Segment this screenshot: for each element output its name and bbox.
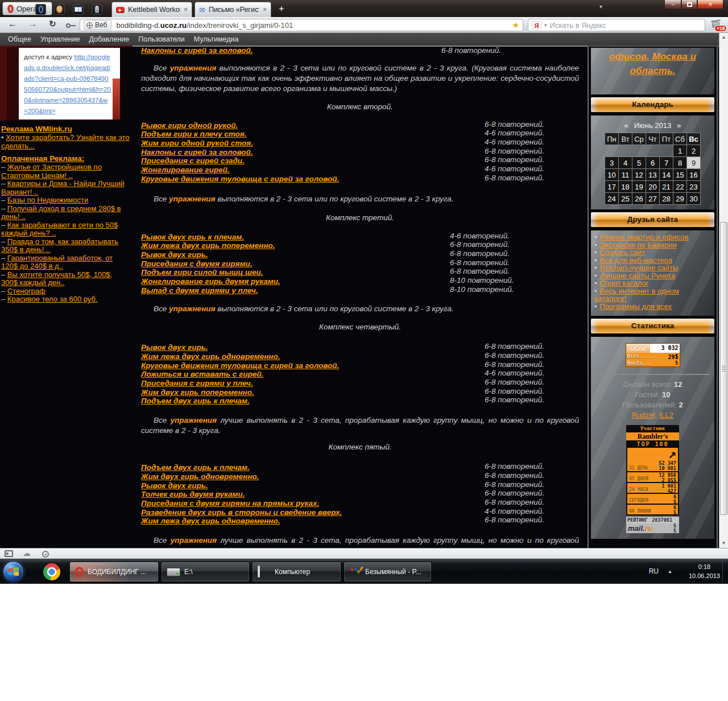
chrome-taskbar-icon[interactable] [43,563,60,580]
calendar-prev-button[interactable]: « [624,121,628,130]
calendar-day-cell[interactable]: 13 [646,169,660,181]
calendar-day-cell[interactable]: 17 [605,181,619,193]
calendar-day-cell[interactable]: 25 [619,193,632,205]
exercise-link[interactable]: Круговые движения туловища с гирей за го… [141,175,339,183]
forward-button[interactable]: → [28,19,38,29]
calendar-day-cell[interactable]: 23 [687,181,701,193]
calendar-day-cell[interactable]: 8 [673,157,687,169]
ucoz-counter[interactable]: uCoz 3 032 291 Hits......5 Hosts...5 [626,343,680,367]
user-link[interactable]: ILL2 [659,411,673,419]
admin-menu-item[interactable]: Пользователи [138,35,185,43]
calendar-next-button[interactable]: » [677,121,681,130]
calendar-day-cell[interactable]: 4 [619,157,632,169]
admin-menu-item[interactable]: Управление [40,35,80,43]
back-button[interactable]: ← [8,19,17,29]
tab-list-chevron-icon[interactable]: ▾ [599,3,602,10]
admin-menu-item[interactable]: Общее [8,35,31,43]
tab-kettlebell-workout[interactable]: ▶ Kettlebell Workout - Yo... × [111,2,192,17]
admin-menu-item[interactable]: Мультимедиа [194,35,239,43]
tab-close-icon[interactable]: × [184,6,188,13]
panels-toggle-icon[interactable] [5,550,13,557]
calendar-day-cell[interactable]: 26 [632,193,646,205]
calendar-day-cell[interactable]: 21 [660,181,673,193]
reload-button[interactable]: ↻ [49,19,56,29]
calendar-day-cell[interactable]: 18 [619,181,632,193]
exercise-link[interactable]: Подъем двух гирь к плечам. [141,397,250,405]
tab-mail-registration[interactable]: ✉ Письмо «Регистрация... × [195,2,271,17]
search-engine-chevron-icon[interactable]: ▾ [544,22,547,28]
calendar-day-cell[interactable]: 30 [687,193,701,205]
scrollbar-thumb[interactable] [720,222,727,515]
opera-turbo-icon[interactable] [42,551,49,558]
calendar-day-cell[interactable]: 11 [619,169,632,181]
calendar-day-cell[interactable]: 3 [605,157,619,169]
vertical-scrollbar[interactable]: ▲ ▼ [719,33,728,548]
paid-link[interactable]: Как зарабатывают в сети по 50$ каждый де… [1,221,118,238]
wmlink-link[interactable]: Хотите заработать? Узнайте как это сдела… [1,133,130,150]
scroll-up-arrow-icon[interactable]: ▲ [719,33,728,42]
exercise-link[interactable]: Жим лежа двух гирь одновременно. [141,517,280,525]
bookmark-star-icon[interactable]: ★ [512,20,519,30]
start-button[interactable] [3,561,24,582]
calendar-day-cell[interactable]: 10 [605,169,619,181]
calendar-day-cell[interactable]: 28 [660,193,673,205]
user-link[interactable]: Rudzel [632,411,655,419]
search-box[interactable]: Я ▾ Искать в Яндекс [528,19,705,31]
pinned-tab-4[interactable] [92,4,102,15]
paid-link[interactable]: Красивое тело за 600 руб. [7,295,98,303]
paid-link[interactable]: Жилье от Застройщиков по Стартовым Ценам… [1,163,102,180]
taskbar-button-drive-e[interactable]: E:\ [161,562,250,582]
friend-link[interactable]: Весь интернет в одном каталоге! [594,287,679,303]
taskbar-button-paint[interactable]: Безымянный - P... [344,562,432,582]
calendar-day-cell[interactable]: 5 [632,157,646,169]
taskbar-button-opera[interactable]: БОДИБИЛДИНГ ... [69,562,159,582]
password-key-icon[interactable] [66,23,76,28]
show-hidden-icons-arrow[interactable]: ▲ [668,569,672,574]
pinned-tab-1[interactable] [35,4,46,15]
calendar-day-cell[interactable]: 22 [673,181,687,193]
rambler-top100-banner[interactable]: Участник Rambler's TOP 100 ↗ 31 ДЕНЬ52 3… [626,425,679,516]
paid-link[interactable]: Гарантированый заработок, от 120$ до 240… [1,254,113,271]
mailru-counter[interactable]: mail.ru 55 [626,523,679,533]
calendar-day-cell[interactable]: 7 [660,157,673,169]
calendar-day-cell[interactable]: 2 [687,145,701,157]
calendar-day-cell[interactable]: 20 [646,181,660,193]
calendar-day-cell[interactable]: 15 [673,169,687,181]
address-bar[interactable]: Веб bodibilding-d.ucoz.ru/index/trenirov… [80,19,523,31]
calendar-day-cell[interactable]: 19 [632,181,646,193]
calendar-day-cell[interactable]: 16 [687,169,701,181]
closed-tabs-trash-button[interactable]: +18 [711,19,721,28]
calendar-day-cell[interactable]: 6 [646,157,660,169]
exercise-link[interactable]: Выпад с двумя гирями у плеч. [141,286,258,295]
paid-link[interactable]: Базы по Недвижимости [7,196,88,204]
window-minimize-button[interactable]: – [664,0,681,9]
calendar-day-cell[interactable]: 24 [605,193,619,205]
web-badge[interactable]: Веб [84,20,111,30]
paid-link[interactable]: Правда о том, как зарабатывать 350$ в де… [1,237,118,254]
paid-link[interactable]: Получай доход в среднем 280$ в день! .. [1,204,121,221]
paid-link[interactable]: Вы хотите получать 50$, 100$, 300$ кажды… [1,270,112,287]
ad-creative[interactable]: доступ к адресу http://googleads.g.doubl… [19,48,120,119]
language-indicator[interactable]: RU [649,567,659,575]
pinned-tab-3[interactable] [73,4,84,15]
sidebar-ad-link[interactable]: офисов. Москва и область. [609,51,696,76]
taskbar-button-computer[interactable]: Компьютер [252,562,341,582]
opera-unite-cloud-icon[interactable]: ☁ [23,549,31,558]
tab-close-icon[interactable]: × [263,6,267,13]
calendar-day-cell[interactable]: 9 [687,157,701,169]
new-tab-button[interactable]: + [276,4,287,14]
calendar-day-cell[interactable]: 14 [660,169,673,181]
calendar-day-cell[interactable]: 27 [646,193,660,205]
calendar-day-cell[interactable]: 29 [673,193,687,205]
exercise-link[interactable]: Наклоны с гирей за головой. [141,47,253,55]
friend-link[interactable]: Программы для всех [600,302,672,311]
admin-menu-item[interactable]: Добавление [89,35,129,43]
tray-clock[interactable]: 0:18 10.06.2013 [689,562,720,580]
rating-bar[interactable]: РЕЙТИНГ 2837061 [626,517,679,523]
scroll-down-arrow-icon[interactable]: ▼ [719,539,728,548]
yandex-icon[interactable]: Я [532,21,541,30]
window-maximize-button[interactable] [681,0,697,9]
calendar-day-cell[interactable]: 1 [673,145,687,157]
window-close-button[interactable]: × [697,0,723,9]
paid-link[interactable]: Стенограф [7,287,46,295]
